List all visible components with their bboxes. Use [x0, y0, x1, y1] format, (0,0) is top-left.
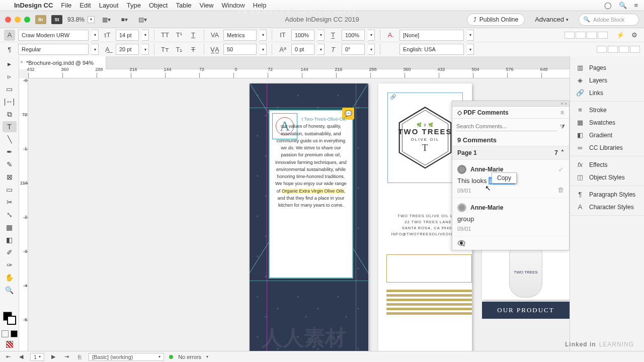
hand-tool[interactable]: ✋ — [3, 272, 17, 283]
menu-lines-icon[interactable]: ≡ — [634, 2, 638, 9]
gpu-icon[interactable]: ⚡ — [615, 30, 626, 41]
rectangle-tool[interactable]: ▭ — [3, 184, 17, 195]
zoom-tool[interactable]: 🔍 — [3, 285, 17, 296]
panel-stroke[interactable]: ≡Stroke — [570, 104, 644, 116]
format-text[interactable] — [11, 330, 18, 337]
app-name[interactable]: InDesign CC — [14, 2, 53, 9]
minimize-window[interactable] — [15, 17, 21, 23]
type-tool[interactable]: T — [3, 121, 17, 132]
paragraph-mode-icon[interactable]: ¶ — [4, 44, 15, 55]
view-opts-icon[interactable]: ▦▾ — [100, 14, 113, 25]
direct-selection-tool[interactable]: ▹ — [3, 71, 17, 82]
smallcaps-icon[interactable]: Tᴛ — [159, 44, 171, 55]
publish-online-button[interactable]: ⤴Publish Online — [467, 14, 525, 26]
font-weight-field[interactable]: Regular — [18, 44, 89, 55]
panel-collapse-icon[interactable]: « — [565, 101, 567, 106]
visibility-off-icon[interactable]: 👁‍🗨 — [457, 239, 465, 247]
strike-icon[interactable]: T — [188, 44, 199, 55]
next-page-button[interactable]: ▶ — [49, 353, 57, 360]
prefs-icon[interactable]: ⚙ — [629, 30, 640, 41]
pdf-comments-tab[interactable]: ◇ PDF Comments≡ — [452, 107, 569, 119]
page-left[interactable]: 💬 A t Two-Trees-Olive-Oil, our values of… — [250, 83, 368, 351]
baseline-field[interactable]: 0 pt — [291, 44, 314, 55]
last-page-button[interactable]: ⇥ — [62, 353, 70, 360]
comments-page-header[interactable]: Page 1 7˄ — [452, 146, 569, 160]
eyedropper-tool[interactable]: ✑ — [3, 259, 17, 270]
comment-item-2[interactable]: Anne-Marie group 09/01 — [452, 198, 569, 236]
panel-menu-icon[interactable]: ≡ — [560, 109, 564, 116]
kerning-field[interactable]: Metrics — [223, 30, 257, 41]
intro-body-text[interactable]: t Two-Trees-Olive-Oil, our values of hon… — [274, 116, 348, 209]
note-tool[interactable]: ✐ — [3, 247, 17, 258]
empty-frame[interactable] — [386, 254, 472, 283]
gradient-feather-tool[interactable]: ◧ — [3, 234, 17, 245]
panel-paragraph-styles[interactable]: ¶Paragraph Styles — [570, 188, 644, 201]
panel-close-icon[interactable]: × — [560, 101, 563, 106]
panel-pages[interactable]: ▥Pages — [570, 61, 644, 74]
first-page-button[interactable]: ⇤ — [4, 353, 12, 360]
menu-object[interactable]: Object — [149, 2, 168, 9]
page-number-field[interactable]: 1 ▾ — [30, 353, 44, 361]
rectangle-frame-tool[interactable]: ⊠ — [3, 171, 17, 183]
prev-page-button[interactable]: ◀ — [17, 353, 25, 360]
format-container[interactable] — [2, 330, 9, 337]
font-dd[interactable]: ▾ — [92, 30, 99, 41]
comment-item-1[interactable]: Copy Anne-Marie ✓ This looks ↖awkward 09… — [452, 160, 569, 198]
panel-character-styles[interactable]: ACharacter Styles — [570, 201, 644, 213]
canvas[interactable]: 💬 A t Two-Trees-Olive-Oil, our values of… — [28, 78, 570, 351]
preflight-errors[interactable]: No errors — [178, 354, 201, 360]
selection-tool[interactable]: ▸ — [3, 58, 17, 69]
comments-search-input[interactable] — [456, 122, 557, 131]
panel-links[interactable]: 🔗Links — [570, 86, 644, 99]
panel-layers[interactable]: ◈Layers — [570, 74, 644, 86]
intro-text-frame[interactable]: 💬 A t Two-Trees-Olive-Oil, our values of… — [269, 110, 353, 279]
horizontal-ruler[interactable]: 4323602882161447207214421628836043250457… — [28, 69, 570, 78]
skew-field[interactable]: 0° — [342, 44, 365, 55]
menu-help[interactable]: Help — [253, 2, 267, 9]
close-tab-icon[interactable]: × — [20, 59, 23, 65]
justify-buttons[interactable] — [597, 46, 640, 53]
font-size-field[interactable]: 14 pt — [116, 30, 139, 41]
trash-icon[interactable]: 🗑 — [557, 186, 564, 194]
maximize-window[interactable] — [24, 17, 30, 23]
bridge-button[interactable]: Br — [35, 15, 46, 24]
vscale-field[interactable]: 100% — [291, 30, 314, 41]
underline-icon[interactable]: T — [188, 30, 199, 41]
line-tool[interactable]: ╲ — [3, 134, 17, 145]
panel-effects[interactable]: fxEffects — [570, 158, 644, 171]
adobe-stock-search[interactable]: 🔍Adobe Stock — [579, 14, 639, 26]
screen-mode-icon[interactable]: ■▾ — [118, 14, 131, 25]
context-menu-copy[interactable]: Copy — [492, 172, 517, 184]
pen-tool[interactable]: ✒ — [3, 146, 17, 157]
panel-swatches[interactable]: ▦Swatches — [570, 116, 644, 129]
panel-object-styles[interactable]: ◫Object Styles — [570, 171, 644, 184]
language-field[interactable]: English: USA — [399, 44, 464, 55]
gradient-swatch-tool[interactable]: ▦ — [3, 222, 17, 233]
allcaps-icon[interactable]: TT — [159, 30, 171, 41]
menu-table[interactable]: Table — [176, 2, 191, 9]
scissors-tool[interactable]: ✂ — [3, 197, 17, 208]
align-buttons[interactable] — [565, 32, 608, 39]
preflight-profile[interactable]: [Basic] (working) ▾ — [89, 353, 164, 361]
fill-stroke-swatch[interactable] — [3, 312, 16, 325]
zoom-level[interactable]: 93.8%▾ — [67, 16, 95, 23]
filter-icon[interactable]: ⧩ — [560, 123, 565, 130]
apply-none[interactable] — [6, 341, 13, 348]
stock-button[interactable]: St — [51, 15, 62, 24]
leading-field[interactable]: 20 pt — [116, 44, 139, 55]
vertical-ruler[interactable]: 07212162345 — [19, 78, 28, 351]
open-button[interactable]: ⎘ — [75, 354, 84, 360]
panel-cclibraries[interactable]: ∞CC Libraries — [570, 141, 644, 154]
menu-file[interactable]: File — [61, 2, 71, 9]
content-collector-tool[interactable]: ⧉ — [3, 109, 17, 120]
subscript-icon[interactable]: T₁ — [174, 44, 185, 55]
menu-window[interactable]: Window — [222, 2, 245, 9]
character-mode-icon[interactable]: A — [4, 30, 15, 41]
menu-layout[interactable]: Layout — [99, 2, 119, 9]
charstyle-field[interactable]: [None] — [399, 30, 464, 41]
font-family-field[interactable]: Craw Modern URW — [18, 30, 89, 41]
spotlight-icon[interactable]: 🔍 — [619, 2, 627, 9]
gap-tool[interactable]: |↔| — [3, 96, 17, 107]
tracking-field[interactable]: 50 — [223, 44, 257, 55]
hscale-field[interactable]: 100% — [342, 30, 365, 41]
